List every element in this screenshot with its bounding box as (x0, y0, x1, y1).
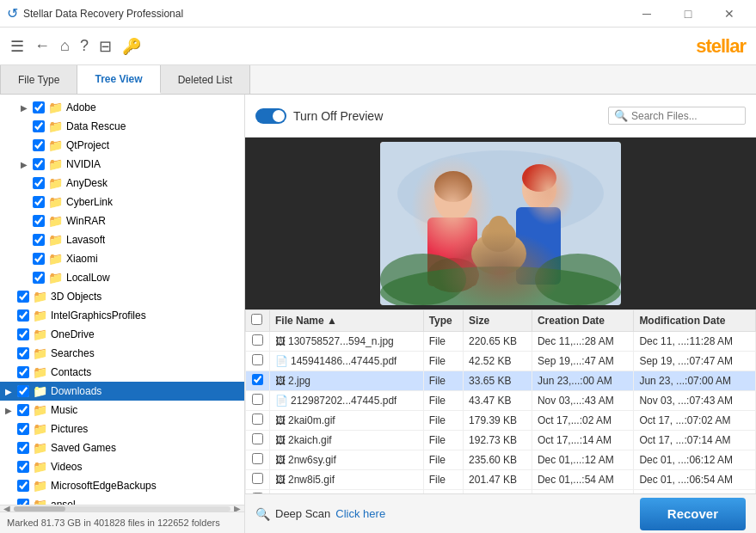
checkbox-adobe[interactable] (33, 101, 45, 113)
sidebar-item-ms-edge-backups[interactable]: 📁MicrosoftEdgeBackups (0, 476, 244, 495)
menu-icon[interactable]: ☰ (10, 37, 24, 56)
checkbox-3d-objects[interactable] (17, 291, 29, 303)
help-icon[interactable]: ? (80, 37, 89, 55)
row-checkbox[interactable] (252, 354, 263, 365)
row-filename[interactable]: 📄 145941486...47445.pdf (270, 352, 424, 371)
checkbox-onedrive[interactable] (17, 328, 29, 340)
checkbox-contacts[interactable] (17, 366, 29, 378)
checkbox-intel-graphics[interactable] (17, 309, 29, 322)
row-filename[interactable]: 📄 212987202...47445.pdf (270, 391, 424, 411)
row-checkbox[interactable] (252, 394, 263, 405)
row-checkbox-cell[interactable] (246, 352, 270, 371)
row-checkbox-cell[interactable] (246, 371, 270, 391)
click-here-link[interactable]: Click here (335, 507, 385, 520)
checkbox-videos[interactable] (17, 461, 29, 473)
col-size[interactable]: Size (464, 310, 532, 332)
checkbox-localLow[interactable] (33, 272, 45, 284)
toggle-switch[interactable]: Turn Off Preview (255, 108, 383, 124)
row-checkbox[interactable] (252, 473, 263, 484)
row-checkbox-cell[interactable] (246, 431, 270, 450)
sidebar-item-xiaomi[interactable]: 📁Xiaomi (0, 249, 244, 268)
tab-file-type[interactable]: File Type (0, 65, 77, 94)
checkbox-data-rescue[interactable] (33, 120, 45, 132)
sidebar-item-music[interactable]: ▶📁Music (0, 401, 244, 420)
back-icon[interactable]: ← (34, 37, 50, 55)
search-input[interactable] (631, 110, 734, 122)
row-checkbox[interactable] (252, 453, 263, 464)
col-created[interactable]: Creation Date (532, 310, 633, 332)
checkbox-cyberlink[interactable] (33, 196, 45, 208)
table-row[interactable]: 🖼 2kai0m.gif File 179.39 KB Oct 17,...:0… (246, 411, 756, 431)
sidebar-item-saved-games[interactable]: 📁Saved Games (0, 438, 244, 457)
cart-icon[interactable]: ⊟ (99, 37, 112, 56)
checkbox-downloads[interactable] (17, 385, 29, 397)
sidebar-tree[interactable]: ▶📁Adobe📁Data Rescue📁QtProject▶📁NVIDIA📁An… (0, 95, 244, 505)
checkbox-saved-games[interactable] (17, 442, 29, 454)
checkbox-xiaomi[interactable] (33, 253, 45, 265)
sidebar-item-data-rescue[interactable]: 📁Data Rescue (0, 117, 244, 136)
row-checkbox[interactable] (252, 414, 263, 425)
close-button[interactable]: ✕ (710, 0, 749, 28)
table-row[interactable]: 📄 145941486...47445.pdf File 42.52 KB Se… (246, 352, 756, 371)
sidebar-item-ansel[interactable]: 📁ansel (0, 495, 244, 505)
sidebar-item-3d-objects[interactable]: 📁3D Objects (0, 287, 244, 306)
table-row[interactable]: 🖼 2.jpg File 33.65 KB Jun 23,...:00 AM J… (246, 371, 756, 391)
sidebar-scrollbar[interactable]: ◀ ▶ (0, 505, 244, 512)
checkbox-winrar[interactable] (33, 215, 45, 227)
row-checkbox-cell[interactable] (246, 470, 270, 490)
row-checkbox-cell[interactable] (246, 411, 270, 431)
tab-deleted-list[interactable]: Deleted List (161, 65, 250, 94)
sidebar-item-onedrive[interactable]: 📁OneDrive (0, 325, 244, 344)
row-checkbox-cell[interactable] (246, 450, 270, 470)
row-filename[interactable]: 🖼 2nw8i5.gif (270, 470, 424, 490)
row-filename[interactable]: 🖼 130758527...594_n.jpg (270, 332, 424, 352)
row-checkbox[interactable] (252, 334, 263, 346)
sidebar-item-qt-project[interactable]: 📁QtProject (0, 136, 244, 155)
select-all-checkbox[interactable] (251, 314, 262, 325)
key-icon[interactable]: 🔑 (122, 37, 141, 56)
home-icon[interactable]: ⌂ (60, 37, 70, 55)
recover-button[interactable]: Recover (640, 498, 746, 530)
checkbox-anydesk[interactable] (33, 177, 45, 189)
sidebar-item-localLow[interactable]: 📁LocalLow (0, 268, 244, 287)
table-row[interactable]: 🖼 2nw6sy.gif File 235.60 KB Dec 01,...:1… (246, 450, 756, 470)
sidebar-item-winrar[interactable]: 📁WinRAR (0, 211, 244, 230)
sidebar-item-pictures[interactable]: 📁Pictures (0, 420, 244, 438)
row-filename[interactable]: 🖼 2nw6sy.gif (270, 450, 424, 470)
col-modified[interactable]: Modification Date (634, 310, 756, 332)
checkbox-lavasoft[interactable] (33, 234, 45, 246)
checkbox-pictures[interactable] (17, 423, 29, 435)
file-table-container[interactable]: File Name ▲ Type Size Creation Date Modi… (245, 309, 756, 493)
sidebar-item-cyberlink[interactable]: 📁CyberLink (0, 193, 244, 211)
sidebar-item-lavasoft[interactable]: 📁Lavasoft (0, 230, 244, 249)
sidebar-item-downloads[interactable]: ▶📁Downloads (0, 382, 244, 401)
checkbox-qt-project[interactable] (33, 139, 45, 151)
row-checkbox[interactable] (252, 433, 263, 444)
row-checkbox-cell[interactable] (246, 391, 270, 411)
row-checkbox[interactable] (252, 374, 263, 385)
table-row[interactable]: 🖼 130758527...594_n.jpg File 220.65 KB D… (246, 332, 756, 352)
sidebar-item-searches[interactable]: 📁Searches (0, 344, 244, 363)
checkbox-ansel[interactable] (17, 499, 29, 505)
preview-toggle[interactable] (255, 108, 286, 124)
table-row[interactable]: 📄 212987202...47445.pdf File 43.47 KB No… (246, 391, 756, 411)
row-checkbox-cell[interactable] (246, 332, 270, 352)
row-filename[interactable]: 🖼 2kaich.gif (270, 431, 424, 450)
sidebar-item-videos[interactable]: 📁Videos (0, 457, 244, 476)
col-filename[interactable]: File Name ▲ (270, 310, 424, 332)
row-filename[interactable]: 🖼 2kai0m.gif (270, 411, 424, 431)
sidebar-item-adobe[interactable]: ▶📁Adobe (0, 98, 244, 117)
maximize-button[interactable]: □ (668, 0, 708, 28)
table-row[interactable]: 🖼 2nw8i5.gif File 201.47 KB Dec 01,...:5… (246, 470, 756, 490)
table-row[interactable]: 🖼 2kaich.gif File 192.73 KB Oct 17,...:1… (246, 431, 756, 450)
sidebar-item-anydesk[interactable]: 📁AnyDesk (0, 174, 244, 193)
sidebar-item-nvidia[interactable]: ▶📁NVIDIA (0, 155, 244, 174)
tab-tree-view[interactable]: Tree View (77, 65, 160, 94)
sidebar-item-contacts[interactable]: 📁Contacts (0, 363, 244, 382)
checkbox-music[interactable] (17, 404, 29, 416)
search-box[interactable]: 🔍 (608, 107, 746, 125)
row-filename[interactable]: 🖼 2.jpg (270, 371, 424, 391)
minimize-button[interactable]: ─ (627, 0, 667, 28)
col-type[interactable]: Type (423, 310, 463, 332)
checkbox-ms-edge-backups[interactable] (17, 480, 29, 492)
